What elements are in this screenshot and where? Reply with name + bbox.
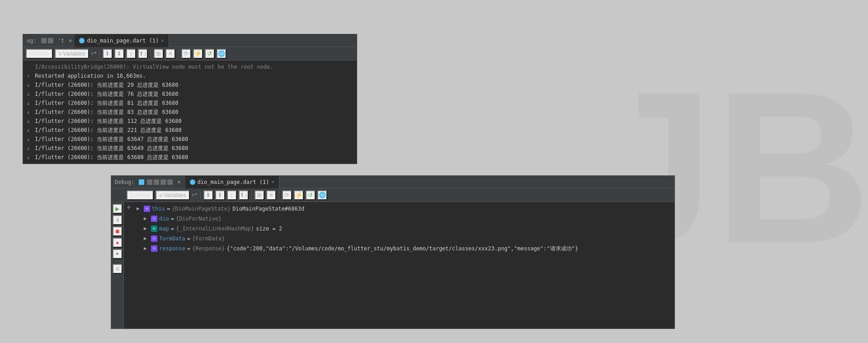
var-icon-this: = xyxy=(144,206,150,212)
top-tab-close[interactable]: × xyxy=(69,38,72,44)
play-btn[interactable]: ▶ xyxy=(113,204,123,214)
top-toolbar-sep2 xyxy=(151,50,151,58)
dot-btn[interactable]: • xyxy=(113,249,123,259)
var-eq-dio: = xyxy=(171,214,174,224)
arrow-9: ↓ xyxy=(27,144,35,153)
top-window-tab[interactable]: dio_main_page.dart (1) × xyxy=(75,34,169,47)
restart-btn-bottom[interactable]: ⟳ xyxy=(282,190,292,200)
var-row-map[interactable]: ▶ ≡ map = {_InternalLinkedHashMap} size … xyxy=(124,224,675,234)
lightning-btn-bottom[interactable]: ⚡ xyxy=(294,190,304,200)
bottom-window-titlebar: Debug: × dio_main_page.dart (1) × xyxy=(111,176,675,188)
var-name-formdata: formData xyxy=(159,234,185,244)
variables-panel: + ▶ = this = {DioMainPageState} DioMainP… xyxy=(124,202,675,329)
variables-btn-bottom[interactable]: ≡ Variables xyxy=(156,190,189,200)
up-btn-top[interactable]: ⬆ xyxy=(103,49,113,59)
console-line-6: ↓ I/flutter (26600): 当前进度是 112 总进度是 6368… xyxy=(27,117,353,126)
var-row-dio[interactable]: ▶ = dio = {DioForNative} xyxy=(124,214,675,224)
format-btn-top[interactable]: ⬆↕ xyxy=(138,49,148,59)
debug-window-bottom: Debug: × dio_main_page.dart (1) × Consol… xyxy=(111,175,675,329)
text-9: I/flutter (26600): 当前进度是 63649 总进度是 6368… xyxy=(35,144,188,153)
format-btn-bottom[interactable]: ⬆↕ xyxy=(239,190,249,200)
var-icon-response: = xyxy=(151,245,157,252)
record-btn[interactable]: ● xyxy=(113,238,123,248)
console-btn-top[interactable]: Console xyxy=(26,49,53,59)
updown-btn-top[interactable]: ↕ xyxy=(126,49,136,59)
expand-formdata[interactable]: ▶ xyxy=(144,234,151,244)
grid-btn-top[interactable]: ⊞ xyxy=(154,49,164,59)
console-line-10: ↓ I/flutter (26600): 当前进度是 63680 总进度是 63… xyxy=(27,153,353,162)
var-row-response[interactable]: ▶ = response = {Response} {"code":200,"d… xyxy=(124,244,675,254)
bottom-square-2 xyxy=(154,179,159,185)
var-name-dio: dio xyxy=(159,214,169,224)
refresh-btn-top[interactable]: ↺ xyxy=(205,49,215,59)
grid-btn-bottom[interactable]: ⊞ xyxy=(255,190,264,200)
globe-btn-top[interactable]: 🌐 xyxy=(217,49,226,59)
var-value-response: {"code":200,"data":"/Volumes/code/mo_flu… xyxy=(226,244,578,254)
expand-map[interactable]: ▶ xyxy=(144,224,151,234)
restart-btn-top[interactable]: ⟳ xyxy=(181,49,191,59)
arrow-7: ↓ xyxy=(27,126,35,135)
bottom-toolbar-sep2 xyxy=(251,191,252,199)
arrow-2: ↓ xyxy=(27,80,35,89)
dart-icon-bottom xyxy=(190,179,195,185)
console-line-1: ↑ Restarted application in 18,663ms. xyxy=(27,71,353,80)
var-type-this: {DioMainPageState} xyxy=(172,204,231,214)
globe-btn-bottom[interactable]: 🌐 xyxy=(317,190,327,200)
bottom-toolbar: Console ≡ Variables ↑* ⬆ ⬇ ↕ ⬆↕ ⊞ ≡ ⟳ ⚡ … xyxy=(111,188,675,202)
expand-dio[interactable]: ▶ xyxy=(144,214,151,224)
expand-response[interactable]: ▶ xyxy=(144,244,151,254)
var-eq-formdata: = xyxy=(187,234,190,244)
variables-btn-top[interactable]: ≡ Variables xyxy=(55,49,89,59)
updown-btn-bottom[interactable]: ↕ xyxy=(227,190,237,200)
arrow-3: ↓ xyxy=(27,89,35,99)
top-tab-close-x[interactable]: × xyxy=(161,38,164,43)
bottom-title-sep: × xyxy=(177,179,180,185)
bottom-square-3 xyxy=(160,179,166,185)
console-line-0: I/AccessibilityBridge(26000): VirtualVie… xyxy=(27,62,353,71)
bottom-titlebar-label: Debug: xyxy=(115,179,134,185)
bottom-toolbar-sep1 xyxy=(200,191,201,199)
list-btn-bottom[interactable]: ≡ xyxy=(266,190,276,200)
bottom-toolbar-arrow: ↑* xyxy=(192,192,198,198)
down-btn-bottom[interactable]: ⬇ xyxy=(215,190,225,200)
var-eq-this: = xyxy=(167,204,170,214)
up-btn-bottom[interactable]: ⬆ xyxy=(203,190,213,200)
bottom-tab-close-x[interactable]: × xyxy=(272,179,275,185)
plus-btn[interactable]: + xyxy=(124,202,134,212)
bottom-square-1 xyxy=(147,179,152,185)
arrow-1: ↑ xyxy=(27,71,35,80)
var-value-map: size = 2 xyxy=(256,224,282,234)
var-name-map: map xyxy=(159,224,169,234)
bottom-title-icon xyxy=(139,179,144,185)
text-1: Restarted application in 18,663ms. xyxy=(35,71,146,80)
text-6: I/flutter (26600): 当前进度是 112 总进度是 63680 xyxy=(35,117,182,126)
arrow-6: ↓ xyxy=(27,117,35,126)
bottom-window-tab[interactable]: dio_main_page.dart (1) × xyxy=(185,176,280,188)
down-btn-top[interactable]: ⬇ xyxy=(114,49,124,59)
top-tab-name: dio_main_page.dart (1) xyxy=(87,38,159,44)
arrow-8: ↓ xyxy=(27,135,35,144)
text-8: I/flutter (26600): 当前进度是 63647 总进度是 6368… xyxy=(35,135,188,144)
var-type-dio: {DioForNative} xyxy=(176,214,222,224)
var-type-response: {Response} xyxy=(192,244,225,254)
top-toolbar-sep3 xyxy=(178,50,179,58)
console-btn-bottom[interactable]: Console xyxy=(127,190,154,200)
var-row-formdata[interactable]: ▶ = formData = {FormData} xyxy=(124,234,675,244)
lightning-btn-top[interactable]: ⚡ xyxy=(193,49,203,59)
expand-this[interactable]: ▶ xyxy=(137,204,144,214)
list-btn-top[interactable]: ≡ xyxy=(165,49,175,59)
text-7: I/flutter (26600): 当前进度是 221 总进度是 63680 xyxy=(35,126,182,135)
top-square-1 xyxy=(41,38,47,43)
settings-btn[interactable]: ⚙ xyxy=(113,264,123,274)
text-10: I/flutter (26600): 当前进度是 63680 总进度是 6368… xyxy=(35,153,188,162)
bottom-tab-name: dio_main_page.dart (1) xyxy=(198,179,269,185)
var-row-this[interactable]: ▶ = this = {DioMainPageState} DioMainPag… xyxy=(124,204,675,214)
pause-btn[interactable]: ⏸ xyxy=(113,215,123,225)
var-eq-map: = xyxy=(171,224,174,234)
refresh-btn-bottom[interactable]: ↺ xyxy=(306,190,316,200)
var-type-formdata: {FormData} xyxy=(192,234,225,244)
stop-btn[interactable]: ⏹ xyxy=(113,226,123,236)
bottom-titlebar-squares xyxy=(147,179,173,185)
var-icon-dio: = xyxy=(151,216,157,222)
console-line-3: ↓ I/flutter (26600): 当前进度是 76 总进度是 63680 xyxy=(27,89,353,99)
